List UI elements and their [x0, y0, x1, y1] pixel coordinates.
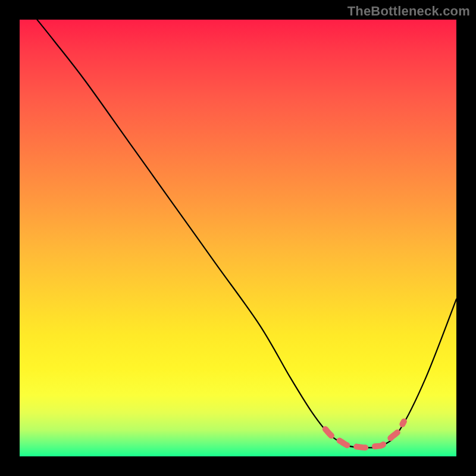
- bottleneck-curve: [37, 20, 456, 447]
- watermark-text: TheBottleneck.com: [347, 4, 470, 19]
- optimal-range-highlight: [325, 421, 404, 447]
- chart-frame: TheBottleneck.com: [0, 0, 476, 476]
- chart-svg: [20, 20, 456, 456]
- plot-area: [20, 20, 456, 456]
